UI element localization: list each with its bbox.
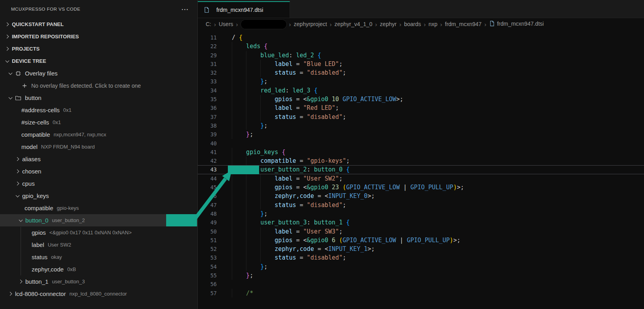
tree-item-compatible[interactable]: compatiblenxp,mcxn947, nxp,mcx bbox=[0, 128, 197, 141]
line-number[interactable]: 38 bbox=[198, 121, 217, 130]
code-line-content[interactable]: }; bbox=[217, 271, 253, 280]
line-number[interactable]: 34 bbox=[198, 86, 217, 95]
tree-item-gpio-keys[interactable]: gpio_keys bbox=[0, 190, 197, 202]
code-line-content[interactable] bbox=[217, 139, 232, 148]
tree-item-no-overlay-files-detected-click-to-create-one[interactable]: No overlay files detected. Click to crea… bbox=[0, 79, 197, 92]
chevron-right-icon[interactable] bbox=[14, 168, 21, 175]
editor-tab[interactable]: frdm_mcxn947.dtsi bbox=[198, 1, 290, 18]
code-line-content[interactable]: status = "disabled"; bbox=[217, 253, 346, 262]
line-number[interactable]: 53 bbox=[198, 253, 217, 262]
line-number[interactable]: 56 bbox=[198, 280, 217, 288]
breadcrumb-item[interactable]: nxp bbox=[428, 21, 438, 27]
chevron-right-icon[interactable] bbox=[14, 156, 21, 163]
breadcrumb-separator: › bbox=[399, 21, 401, 28]
code-line-content[interactable]: }; bbox=[217, 130, 253, 139]
line-number[interactable]: 36 bbox=[198, 104, 217, 112]
tree-item-cpus[interactable]: cpus bbox=[0, 177, 197, 190]
line-number[interactable]: 33 bbox=[198, 77, 217, 86]
line-number[interactable]: 39 bbox=[198, 130, 217, 139]
code-line-content[interactable]: blue_led: led_2 { bbox=[217, 51, 321, 60]
tree-item-compatible[interactable]: compatiblegpio-keys bbox=[0, 202, 197, 214]
code-line-content[interactable]: }; bbox=[217, 77, 267, 86]
chevron-right-icon[interactable] bbox=[4, 21, 11, 28]
line-number[interactable]: 57 bbox=[198, 289, 217, 298]
breadcrumb-item[interactable]: zephyrproject bbox=[294, 21, 327, 27]
code-line-content[interactable]: leds { bbox=[217, 42, 267, 51]
code-line: 33}; bbox=[198, 77, 644, 86]
code-line: 31label = "Blue LED"; bbox=[198, 60, 644, 68]
indent-guide bbox=[260, 95, 275, 104]
tree-item-quickstart-panel[interactable]: QUICKSTART PANEL bbox=[0, 18, 197, 30]
tree-item-status[interactable]: statusokay bbox=[0, 251, 197, 263]
tree-item-label: button_1 bbox=[25, 278, 48, 285]
code-line: 29blue_led: led_2 { bbox=[198, 51, 644, 60]
indent-guide bbox=[232, 262, 246, 271]
tree-item-chosen[interactable]: chosen bbox=[0, 165, 197, 177]
tree-item-zephyr-code[interactable]: zephyr,code0xB bbox=[0, 263, 197, 275]
code-line-content[interactable] bbox=[217, 280, 232, 288]
line-number[interactable]: 11 bbox=[198, 33, 217, 42]
tree-item-device-tree[interactable]: DEVICE TREE bbox=[0, 55, 197, 67]
code-line-content[interactable]: }; bbox=[217, 121, 267, 130]
tree-item-aliases[interactable]: aliases bbox=[0, 153, 197, 165]
code-line-content[interactable]: label = "Red LED"; bbox=[217, 104, 339, 112]
code-line: 56 bbox=[198, 280, 644, 288]
line-number[interactable]: 29 bbox=[198, 51, 217, 60]
code-line: 22leds { bbox=[198, 42, 644, 51]
chevron-right-icon[interactable] bbox=[4, 45, 11, 53]
line-number[interactable]: 32 bbox=[198, 68, 217, 77]
tree-item-lcd-8080-connector[interactable]: lcd-8080-connectornxp_lcd_8080_connector bbox=[0, 288, 197, 300]
code-line-content[interactable]: status = "disabled"; bbox=[217, 113, 346, 121]
line-number[interactable]: 55 bbox=[198, 271, 217, 280]
tree-item-button-1[interactable]: button_1user_button_3 bbox=[0, 275, 197, 288]
code-line: 52zephyr,code = <INPUT_KEY_1>; bbox=[198, 245, 644, 253]
breadcrumb-item[interactable]: zephyr bbox=[380, 21, 396, 27]
line-number[interactable]: 31 bbox=[198, 60, 217, 68]
code-line-content[interactable]: /* bbox=[217, 289, 253, 298]
chevron-right-icon[interactable] bbox=[17, 278, 25, 285]
line-number[interactable]: 22 bbox=[198, 42, 217, 51]
indent-guide bbox=[246, 77, 260, 86]
line-number[interactable]: 52 bbox=[198, 245, 217, 253]
tree-item-imported-repositories[interactable]: IMPORTED REPOSITORIES bbox=[0, 30, 197, 43]
line-number[interactable]: 51 bbox=[198, 236, 217, 245]
code-editor[interactable]: 11/ {22leds {29blue_led: led_2 {31label … bbox=[198, 30, 644, 298]
tree-item-model[interactable]: modelNXP FRDM_N94 board bbox=[0, 141, 197, 153]
code-line-content[interactable]: gpios = <&gpio0 6 (GPIO_ACTIVE_LOW | GPI… bbox=[217, 236, 460, 245]
line-number[interactable]: 37 bbox=[198, 113, 217, 121]
tree-item-size-cells[interactable]: #size-cells0x1 bbox=[0, 116, 197, 128]
code-line: 39}; bbox=[198, 130, 644, 139]
chevron-down-icon[interactable] bbox=[7, 94, 14, 102]
tree-item-address-cells[interactable]: #address-cells0x1 bbox=[0, 104, 197, 116]
code-line-content[interactable]: }; bbox=[217, 262, 267, 271]
breadcrumb-item[interactable]: frdm_mcxn947 bbox=[445, 21, 482, 27]
line-number[interactable]: 54 bbox=[198, 262, 217, 271]
breadcrumb-item[interactable]: C: bbox=[206, 21, 211, 27]
code-line-content[interactable]: zephyr,code = <INPUT_KEY_1>; bbox=[217, 245, 375, 253]
breadcrumb-item[interactable]: Users bbox=[219, 21, 233, 27]
chevron-down-icon[interactable] bbox=[4, 58, 11, 65]
line-number[interactable]: 40 bbox=[198, 139, 217, 148]
ellipsis-icon[interactable]: ⋯ bbox=[181, 6, 189, 13]
tree-item-overlay-files[interactable]: Overlay files bbox=[0, 67, 197, 79]
tree-item-button[interactable]: button bbox=[0, 92, 197, 104]
code-line-content[interactable]: red_led: led_3 { bbox=[217, 86, 318, 95]
code-line-content[interactable]: label = "Blue LED"; bbox=[217, 60, 343, 68]
tree-item-label[interactable]: labelUser SW2 bbox=[0, 239, 197, 251]
line-number[interactable]: 35 bbox=[198, 95, 217, 104]
chevron-right-icon[interactable] bbox=[14, 180, 21, 187]
breadcrumb-item[interactable]: zephyr_v4_1_0 bbox=[335, 21, 373, 27]
chevron-down-icon[interactable] bbox=[7, 70, 14, 77]
tree-item-label: model bbox=[21, 143, 38, 150]
code-line-content[interactable]: / { bbox=[217, 33, 242, 42]
breadcrumb-item[interactable]: boards bbox=[404, 21, 421, 27]
breadcrumb-item[interactable]: frdm_mcxn947.dtsi bbox=[489, 21, 544, 28]
code-line-content[interactable]: gpios = <&gpio0 10 GPIO_ACTIVE_LOW>; bbox=[217, 95, 403, 104]
chevron-down-icon[interactable] bbox=[17, 217, 25, 224]
chevron-right-icon[interactable] bbox=[4, 33, 11, 40]
chevron-right-icon[interactable] bbox=[7, 290, 14, 298]
code-line-content[interactable]: status = "disabled"; bbox=[217, 68, 346, 77]
chevron-down-icon[interactable] bbox=[14, 192, 21, 200]
tree-item-gpios[interactable]: gpios<&gpio0 0x17 0x11 0xNAN 0xNAN> bbox=[0, 226, 197, 239]
tree-item-projects[interactable]: PROJECTS bbox=[0, 43, 197, 55]
